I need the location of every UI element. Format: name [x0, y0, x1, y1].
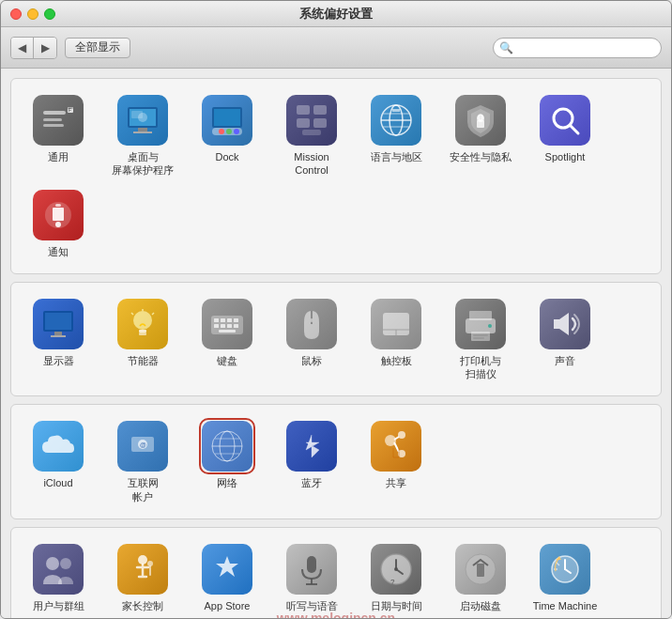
svg-text:F: F [69, 107, 71, 113]
svg-rect-19 [313, 105, 327, 115]
svg-point-59 [310, 318, 313, 322]
svg-rect-18 [297, 105, 310, 115]
search-input[interactable] [493, 38, 662, 58]
item-mouse[interactable]: 鼠标 [269, 292, 354, 373]
item-dock[interactable]: Dock [185, 88, 269, 169]
appstore-label: App Store [205, 599, 251, 612]
item-datetime[interactable]: ? 日期与时间 [354, 537, 438, 618]
svg-point-83 [60, 558, 71, 569]
item-parental[interactable]: 家长控制 [100, 537, 185, 618]
item-security[interactable]: 安全性与隐私 [438, 88, 523, 169]
item-mission[interactable]: Mission Control [269, 88, 354, 183]
minimize-button[interactable] [27, 8, 38, 20]
item-display[interactable]: 显示器 [16, 292, 100, 373]
section-personal: F 通用 [10, 78, 662, 274]
notification-icon [33, 190, 84, 240]
item-keyboard[interactable]: 键盘 [185, 292, 269, 373]
sound-label: 声音 [555, 354, 575, 367]
network-label: 网络 [217, 476, 237, 489]
security-icon [455, 95, 506, 146]
svg-line-46 [131, 313, 133, 315]
personal-grid: F 通用 [16, 88, 656, 264]
item-notification[interactable]: 通知 [16, 183, 100, 264]
item-language[interactable]: 语言与地区 [354, 88, 438, 169]
svg-rect-41 [51, 335, 66, 337]
timemachine-label: Time Machine [533, 599, 598, 612]
svg-rect-22 [302, 130, 321, 135]
back-button[interactable]: ◀ [11, 38, 34, 58]
item-desktop[interactable]: 桌面与 屏幕保护程序 [100, 88, 185, 183]
forward-button[interactable]: ▶ [34, 38, 56, 58]
svg-rect-20 [297, 118, 310, 128]
svg-rect-9 [133, 132, 152, 133]
item-energy[interactable]: 节能器 [100, 292, 185, 373]
energy-icon [117, 299, 168, 349]
svg-rect-49 [214, 318, 219, 322]
appstore-icon [202, 544, 252, 595]
mission-icon [286, 95, 337, 146]
svg-point-82 [46, 557, 59, 570]
system-grid: 用户与群组 [16, 537, 656, 619]
svg-rect-52 [234, 318, 238, 322]
item-bluetooth[interactable]: 蓝牙 [269, 414, 354, 495]
spotlight-icon [540, 95, 590, 146]
item-users[interactable]: 用户与群组 [16, 537, 100, 618]
section-system: www.melogincn.cn 用户与群组 [10, 527, 662, 619]
printer-icon [455, 299, 506, 349]
item-startup[interactable]: 启动磁盘 [438, 537, 523, 618]
svg-point-66 [488, 324, 492, 328]
svg-rect-68 [473, 337, 484, 339]
display-label: 显示器 [43, 354, 74, 367]
item-printer[interactable]: 打印机与 扫描仪 [438, 292, 523, 387]
svg-rect-40 [54, 332, 62, 335]
svg-rect-13 [214, 109, 240, 126]
window: 系统偏好设置 ◀ ▶ 全部显示 🔍 [0, 0, 672, 619]
svg-rect-30 [477, 120, 484, 128]
item-network[interactable]: 网络 [185, 414, 269, 495]
svg-rect-1 [43, 118, 62, 121]
language-label: 语言与地区 [371, 150, 422, 163]
item-spotlight[interactable]: Spotlight [523, 88, 607, 169]
item-trackpad[interactable]: 触控板 [354, 292, 438, 373]
search-icon: 🔍 [499, 41, 513, 54]
svg-rect-56 [234, 324, 238, 328]
startup-icon [455, 544, 506, 595]
svg-rect-57 [219, 330, 236, 333]
item-dictation[interactable]: 听写与语音 [269, 537, 354, 618]
bluetooth-icon [286, 421, 337, 472]
svg-rect-54 [221, 324, 225, 328]
printer-label: 打印机与 扫描仪 [460, 354, 501, 381]
dock-icon [202, 95, 252, 146]
svg-line-81 [394, 442, 399, 452]
svg-point-17 [234, 129, 239, 134]
title-bar: 系统偏好设置 [1, 1, 671, 27]
show-all-button[interactable]: 全部显示 [65, 38, 130, 58]
item-sound[interactable]: 声音 [523, 292, 607, 373]
item-timemachine[interactable]: Time Machine [523, 537, 607, 618]
section-internet: iCloud @ 互联网 帐户 [10, 404, 662, 519]
security-label: 安全性与隐私 [450, 150, 512, 163]
svg-point-16 [226, 129, 232, 134]
desktop-label: 桌面与 屏幕保护程序 [112, 150, 174, 178]
item-internet[interactable]: @ 互联网 帐户 [100, 414, 185, 509]
svg-rect-35 [53, 208, 64, 221]
internet-label: 互联网 帐户 [128, 476, 159, 503]
close-button[interactable] [10, 8, 22, 20]
energy-label: 节能器 [128, 354, 159, 367]
svg-rect-55 [227, 324, 232, 328]
item-appstore[interactable]: App Store [185, 537, 269, 618]
maximize-button[interactable] [44, 8, 55, 20]
startup-label: 启动磁盘 [460, 599, 501, 612]
item-general[interactable]: F 通用 [16, 88, 100, 169]
svg-rect-2 [43, 124, 64, 127]
svg-point-42 [133, 311, 152, 330]
svg-rect-11 [131, 111, 143, 118]
content-area: F 通用 [1, 69, 671, 619]
item-icloud[interactable]: iCloud [16, 414, 100, 495]
parental-icon [117, 544, 168, 595]
network-icon [202, 421, 252, 472]
search-box: 🔍 [493, 38, 662, 58]
item-sharing[interactable]: 共享 [354, 414, 438, 495]
users-icon [33, 544, 84, 595]
icloud-label: iCloud [43, 476, 72, 489]
